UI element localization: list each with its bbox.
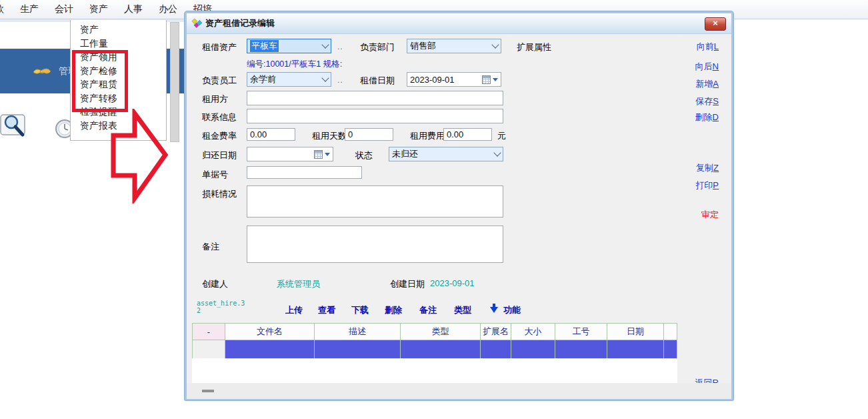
contact-label: 联系信息 — [202, 111, 237, 123]
creator-value: 系统管理员 — [277, 278, 320, 290]
delete-attachment-link[interactable]: 删除 — [385, 304, 402, 316]
chevron-down-icon — [493, 149, 501, 156]
header-cell[interactable]: 类型 — [401, 324, 481, 340]
background-scrollbar[interactable] — [170, 22, 179, 142]
note-link[interactable]: 备注 — [419, 304, 437, 316]
creator-label: 创建人 — [202, 278, 228, 290]
handshake-icon — [32, 64, 52, 79]
row-cell[interactable] — [607, 340, 664, 358]
doc-no-input[interactable] — [247, 166, 362, 179]
header-cell[interactable]: - — [193, 324, 225, 340]
hirer-label: 租用方 — [202, 93, 228, 105]
highlight-rectangle — [72, 50, 128, 112]
nav-delete-link[interactable]: 删除D — [695, 111, 719, 123]
dialog-body: 租借资产 平板车 .. 负责部门 销售部 扩展属性 编号:10001/平板车1 … — [187, 34, 731, 399]
rate-value: 0.00 — [250, 129, 267, 139]
header-cell[interactable]: 日期 — [607, 324, 664, 340]
nav-print-link[interactable]: 打印P — [695, 179, 719, 191]
function-link[interactable]: 功能 — [503, 304, 521, 316]
dept-combobox[interactable]: 销售部 — [407, 39, 501, 53]
dialog-icon — [191, 18, 202, 29]
down-arrow-icon — [490, 307, 498, 313]
download-link[interactable]: 下载 — [351, 304, 369, 316]
doc-no-label: 单据号 — [202, 169, 228, 181]
table-empty-area — [192, 358, 677, 383]
menubar-item-5[interactable]: 办公 — [159, 3, 177, 15]
asset-combobox[interactable]: 平板车 — [247, 39, 331, 53]
type-link[interactable]: 类型 — [454, 304, 471, 316]
header-cell[interactable]: 扩展名 — [481, 324, 511, 340]
menubar-item-1[interactable]: 生产 — [20, 3, 39, 15]
dialog-titlebar[interactable]: 资产租借记录编辑 × — [187, 13, 731, 34]
header-cell[interactable]: 文件名 — [225, 324, 315, 340]
row-select-cell[interactable] — [193, 340, 225, 358]
fee-value: 0.00 — [447, 129, 463, 139]
employee-browse-button[interactable]: .. — [337, 75, 343, 85]
chevron-down-icon — [321, 74, 329, 81]
scrollbar-thumb[interactable] — [202, 390, 214, 392]
nav-save-link[interactable]: 保存S — [695, 95, 719, 107]
chevron-down-icon — [321, 41, 329, 48]
row-cell[interactable] — [511, 340, 555, 358]
employee-combobox[interactable]: 余学前 — [247, 72, 331, 87]
days-input[interactable]: 0 — [345, 128, 393, 141]
table-row[interactable] — [193, 340, 677, 358]
row-cell[interactable] — [481, 340, 511, 358]
wear-textarea[interactable] — [247, 185, 503, 218]
remark-textarea[interactable] — [247, 226, 503, 263]
return-date-label: 归还日期 — [202, 149, 237, 161]
return-date-input[interactable] — [247, 147, 333, 161]
days-value: 0 — [348, 129, 353, 139]
asset-label: 租借资产 — [202, 41, 237, 53]
dept-label: 负责部门 — [360, 41, 395, 53]
dialog-title: 资产租借记录编辑 — [205, 17, 275, 29]
row-cell[interactable] — [401, 340, 481, 358]
row-cell[interactable] — [664, 340, 677, 358]
hirer-input[interactable] — [247, 91, 503, 105]
view-link[interactable]: 查看 — [318, 304, 335, 316]
fee-input[interactable]: 0.00 — [443, 128, 492, 141]
approve-link[interactable]: 审定 — [701, 209, 719, 221]
contact-input[interactable] — [247, 109, 503, 123]
header-cell — [664, 324, 677, 340]
header-cell[interactable]: 工号 — [555, 324, 607, 340]
menu-item-asset[interactable]: 资产 — [71, 23, 166, 37]
menubar-item-4[interactable]: 人事 — [124, 3, 143, 15]
calendar-icon[interactable] — [479, 75, 498, 84]
status-combobox[interactable]: 未归还 — [389, 147, 503, 161]
calendar-icon[interactable] — [311, 150, 330, 159]
menu-item-workload[interactable]: 工作量 — [71, 37, 166, 51]
row-cell[interactable] — [315, 340, 401, 358]
nav-copy-link[interactable]: 复制Z — [696, 162, 719, 174]
menubar-item-2[interactable]: 会计 — [55, 3, 73, 15]
rate-label: 租金费率 — [202, 130, 237, 142]
row-cell[interactable] — [555, 340, 607, 358]
nav-forward-link[interactable]: 向前L — [697, 41, 719, 53]
employee-label: 负责员工 — [202, 75, 237, 87]
asset-value: 平板车 — [250, 40, 279, 52]
chevron-down-icon — [491, 41, 499, 48]
close-button[interactable]: × — [705, 17, 726, 31]
asset-info-note: 编号:10001/平板车1 规格: — [247, 59, 342, 70]
attachment-id-label: asset_hire.32 — [197, 300, 247, 314]
search-report-icon[interactable] — [0, 112, 27, 147]
row-cell[interactable] — [225, 340, 315, 358]
employee-value: 余学前 — [250, 73, 276, 85]
header-cell[interactable]: 描述 — [315, 324, 401, 340]
highlight-arrow — [107, 109, 171, 203]
header-cell[interactable]: 大小 — [511, 324, 555, 340]
create-date-value: 2023-09-01 — [430, 278, 475, 288]
remark-label: 备注 — [202, 241, 219, 253]
fee-label: 租用费用 — [410, 130, 445, 142]
upload-link[interactable]: 上传 — [285, 304, 303, 316]
status-label: 状态 — [355, 149, 373, 161]
menubar-item-3[interactable]: 资产 — [89, 3, 108, 15]
asset-browse-button[interactable]: .. — [337, 42, 343, 51]
nav-back-link[interactable]: 向后N — [695, 61, 719, 73]
table-scrollbar-track[interactable] — [187, 383, 731, 399]
rate-input[interactable]: 0.00 — [247, 128, 295, 141]
hire-date-input[interactable]: 2023-09-01 — [407, 72, 501, 87]
nav-new-link[interactable]: 新增A — [695, 78, 719, 90]
attachment-table: - 文件名 描述 类型 扩展名 大小 工号 日期 — [192, 323, 677, 359]
menubar-item-0[interactable]: 款 — [0, 3, 4, 15]
